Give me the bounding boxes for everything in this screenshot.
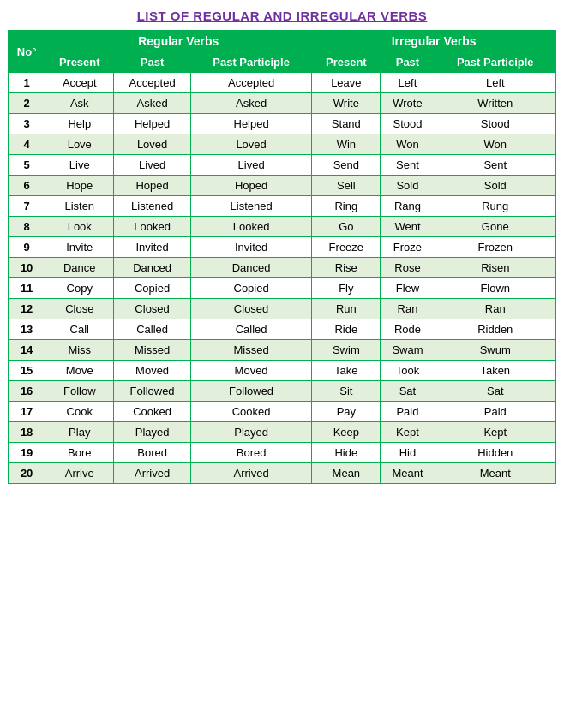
regular-past: Hoped	[114, 176, 191, 196]
irregular-past: Sent	[381, 155, 435, 176]
irregular-past: Rode	[381, 319, 435, 340]
regular-past: Cooked	[114, 402, 191, 422]
irregular-present: Swim	[312, 340, 381, 361]
regular-present: Hope	[45, 176, 114, 196]
irregular-verbs-header: Irregular Verbs	[312, 31, 556, 52]
regular-present: Arrive	[45, 463, 114, 484]
regular-past: Accepted	[114, 73, 191, 93]
regular-past: Danced	[114, 258, 191, 278]
irregular-pp: Hidden	[435, 443, 555, 463]
irregular-past: Froze	[381, 237, 435, 258]
irregular-present: Keep	[312, 422, 381, 443]
regular-present: Invite	[45, 237, 114, 258]
no-cell: 20	[9, 463, 45, 484]
irregular-past: Paid	[381, 402, 435, 422]
irregular-present: Take	[312, 361, 381, 381]
regular-pp: Called	[190, 319, 311, 340]
regular-past: Listened	[114, 196, 191, 217]
regular-present: Bore	[45, 443, 114, 463]
no-cell: 11	[9, 278, 45, 299]
no-cell: 16	[9, 381, 45, 402]
no-cell: 10	[9, 258, 45, 278]
regular-past: Lived	[114, 155, 191, 176]
irregular-pp: Taken	[435, 361, 555, 381]
irregular-present: Pay	[312, 402, 381, 422]
irregular-present: Fly	[312, 278, 381, 299]
irregular-past: Went	[381, 217, 435, 237]
irregular-past: Kept	[381, 422, 435, 443]
regular-present: Live	[45, 155, 114, 176]
irregular-pp: Rung	[435, 196, 555, 217]
regular-past: Closed	[114, 299, 191, 319]
no-cell: 17	[9, 402, 45, 422]
irregular-present: Win	[312, 134, 381, 155]
no-cell: 12	[9, 299, 45, 319]
page-title: LIST OF REGULAR AND IRREGULAR VERBS	[137, 9, 428, 23]
regular-past: Missed	[114, 340, 191, 361]
no-cell: 19	[9, 443, 45, 463]
irregular-pp: Ridden	[435, 319, 555, 340]
regular-present: Move	[45, 361, 114, 381]
irregular-pp: Sat	[435, 381, 555, 402]
irregular-past: Sold	[381, 176, 435, 196]
regular-pp: Asked	[190, 93, 311, 114]
no-cell: 6	[9, 176, 45, 196]
no-cell: 9	[9, 237, 45, 258]
regular-pp: Missed	[190, 340, 311, 361]
regular-present: Play	[45, 422, 114, 443]
regular-present: Accept	[45, 73, 114, 93]
regular-present: Help	[45, 114, 114, 134]
no-cell: 5	[9, 155, 45, 176]
regular-past: Followed	[114, 381, 191, 402]
irregular-present: Ring	[312, 196, 381, 217]
irregular-present: Send	[312, 155, 381, 176]
no-cell: 18	[9, 422, 45, 443]
irregular-past: Took	[381, 361, 435, 381]
regular-present: Follow	[45, 381, 114, 402]
irregular-pp: Flown	[435, 278, 555, 299]
no-cell: 7	[9, 196, 45, 217]
no-cell: 1	[9, 73, 45, 93]
irregular-pp: Ran	[435, 299, 555, 319]
regular-pp: Invited	[190, 237, 311, 258]
irregular-pp: Meant	[435, 463, 555, 484]
irregular-past: Ran	[381, 299, 435, 319]
regular-present: Ask	[45, 93, 114, 114]
regular-present: Love	[45, 134, 114, 155]
irregular-present: Go	[312, 217, 381, 237]
regular-pp: Bored	[190, 443, 311, 463]
regular-past: Bored	[114, 443, 191, 463]
irregular-present: Write	[312, 93, 381, 114]
regular-past: Copied	[114, 278, 191, 299]
regular-pp: Moved	[190, 361, 311, 381]
regular-present: Call	[45, 319, 114, 340]
regular-pp: Followed	[190, 381, 311, 402]
regular-past: Helped	[114, 114, 191, 134]
irregular-pp: Sold	[435, 176, 555, 196]
regular-pp: Danced	[190, 258, 311, 278]
regular-present: Dance	[45, 258, 114, 278]
regular-past: Invited	[114, 237, 191, 258]
irregular-pp: Left	[435, 73, 555, 93]
irregular-present: Run	[312, 299, 381, 319]
regular-past: Looked	[114, 217, 191, 237]
regular-pp-header: Past Participle	[190, 52, 311, 73]
irregular-present: Hide	[312, 443, 381, 463]
regular-past-header: Past	[114, 52, 191, 73]
irregular-past: Wrote	[381, 93, 435, 114]
irregular-past: Sat	[381, 381, 435, 402]
irregular-present: Sit	[312, 381, 381, 402]
no-cell: 14	[9, 340, 45, 361]
regular-present: Miss	[45, 340, 114, 361]
irregular-present: Leave	[312, 73, 381, 93]
irregular-present: Stand	[312, 114, 381, 134]
irregular-past: Won	[381, 134, 435, 155]
regular-pp: Helped	[190, 114, 311, 134]
regular-pp: Cooked	[190, 402, 311, 422]
irregular-present: Rise	[312, 258, 381, 278]
regular-past: Arrived	[114, 463, 191, 484]
no-cell: 4	[9, 134, 45, 155]
irregular-pp: Paid	[435, 402, 555, 422]
no-header: No°	[9, 31, 45, 73]
no-cell: 3	[9, 114, 45, 134]
